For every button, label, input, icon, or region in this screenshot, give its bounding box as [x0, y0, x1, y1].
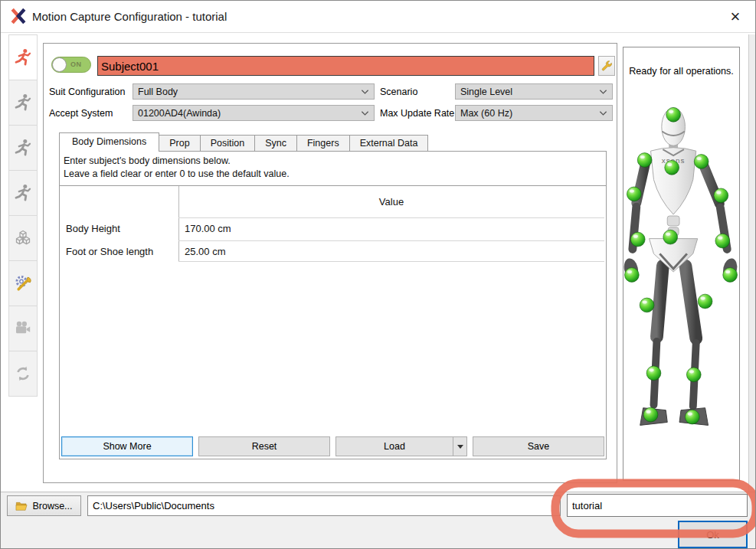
sidebar-item-camera[interactable]: [8, 306, 38, 351]
suit-configuration-value: Full Body: [138, 87, 361, 97]
mannequin-figure: xsens: [623, 98, 739, 452]
camera-icon: [14, 319, 32, 338]
sidebar-item-sync[interactable]: [8, 351, 38, 397]
toggle-on-label: ON: [70, 57, 90, 72]
close-icon: ×: [731, 7, 741, 27]
tab-sync[interactable]: Sync: [254, 135, 297, 152]
runner-icon: [14, 139, 32, 157]
load-dropdown-arrow[interactable]: [453, 437, 466, 456]
body-height-label: Body Height: [66, 217, 120, 240]
tab-prop[interactable]: Prop: [159, 135, 200, 152]
sidebar: [8, 34, 38, 397]
show-more-button[interactable]: Show More: [61, 436, 193, 456]
folder-open-icon: [15, 501, 28, 511]
motion-capture-configuration-dialog: Motion Capture Configuration - tutorial …: [0, 0, 756, 549]
sidebar-item-configuration[interactable]: [8, 260, 38, 306]
chevron-down-icon: [361, 110, 369, 116]
chevron-down-icon: [599, 110, 607, 116]
value-column-header: Value: [178, 186, 604, 217]
load-button[interactable]: Load: [335, 436, 467, 456]
tab-fingers[interactable]: Fingers: [296, 135, 350, 152]
load-button-label: Load: [336, 437, 453, 456]
scenario-select[interactable]: Single Level: [455, 83, 613, 100]
scenario-label: Scenario: [380, 84, 417, 100]
tab-body-dimensions[interactable]: Body Dimensions: [59, 132, 159, 152]
sidebar-item-live-subject[interactable]: [8, 34, 38, 80]
foot-or-shoe-length-value-cell[interactable]: 25.00 cm: [185, 240, 603, 263]
max-update-rate-select[interactable]: Max (60 Hz): [455, 105, 613, 121]
reset-button[interactable]: Reset: [198, 436, 330, 456]
subject-name-input[interactable]: [97, 56, 594, 76]
body-dimensions-panel: Enter subject's body dimensions below. L…: [59, 151, 607, 459]
ok-button[interactable]: Ok: [678, 521, 748, 548]
max-update-rate-label: Max Update Rate: [380, 106, 454, 122]
body-dimensions-buttons: Show More Reset Load Save: [61, 436, 604, 456]
sidebar-item-subject-4[interactable]: [8, 170, 38, 216]
tab-external-data[interactable]: External Data: [349, 135, 429, 152]
note-line-1: Enter subject's body dimensions below.: [64, 155, 602, 168]
sidebar-item-subject-2[interactable]: [8, 80, 38, 126]
chevron-down-icon: [361, 89, 369, 95]
save-button[interactable]: Save: [473, 436, 604, 456]
max-update-rate-value: Max (60 Hz): [460, 108, 599, 119]
accept-system-value: 01200AD4(Awinda): [138, 108, 361, 119]
wrench-icon: [601, 60, 613, 72]
output-path-input[interactable]: [87, 495, 561, 516]
refresh-icon: [14, 364, 32, 383]
title-bar: Motion Capture Configuration - tutorial …: [1, 1, 755, 33]
runner-icon: [14, 48, 32, 67]
suit-configuration-select[interactable]: Full Body: [133, 83, 375, 100]
tab-position[interactable]: Position: [200, 135, 255, 152]
caret-down-icon: [457, 445, 463, 449]
body-dimensions-note: Enter subject's body dimensions below. L…: [60, 152, 606, 186]
right-edge-strip: [748, 34, 756, 492]
gear-wrench-icon: [14, 274, 32, 292]
status-panel: Ready for all operations.: [623, 47, 740, 481]
runner-icon: [14, 93, 32, 112]
footer-bar: Browse... Ok: [1, 492, 755, 549]
config-panel: ON Suit Configuration Full Body Scenario…: [43, 43, 617, 483]
accept-system-label: Accept System: [49, 106, 113, 122]
browse-button-label: Browse...: [32, 501, 72, 511]
close-button[interactable]: ×: [717, 1, 754, 32]
body-height-value-cell[interactable]: 170.00 cm: [185, 217, 603, 240]
scenario-value: Single Level: [460, 87, 599, 97]
accept-system-select[interactable]: 01200AD4(Awinda): [133, 105, 375, 121]
browse-button[interactable]: Browse...: [7, 495, 81, 516]
subject-edit-button[interactable]: [598, 56, 615, 76]
session-name-input[interactable]: [567, 494, 748, 517]
suit-configuration-label: Suit Configuration: [49, 84, 125, 100]
window-title: Motion Capture Configuration - tutorial: [32, 1, 227, 32]
chevron-down-icon: [599, 89, 607, 95]
tab-bar: Body Dimensions Prop Position Sync Finge…: [59, 132, 428, 152]
xsens-logo-icon: [10, 8, 27, 25]
subject-enabled-toggle[interactable]: ON: [51, 57, 91, 73]
table-row-divider: [178, 261, 604, 262]
cubes-icon: [14, 229, 32, 247]
sidebar-item-objects[interactable]: [8, 215, 38, 261]
status-message: Ready for all operations.: [623, 66, 739, 77]
runner-icon: [14, 184, 32, 202]
note-line-2: Leave a field clear or enter 0 to use th…: [64, 168, 602, 181]
toggle-knob: [52, 57, 67, 72]
foot-or-shoe-length-label: Foot or Shoe length: [66, 240, 153, 263]
sidebar-item-subject-3[interactable]: [8, 125, 38, 171]
